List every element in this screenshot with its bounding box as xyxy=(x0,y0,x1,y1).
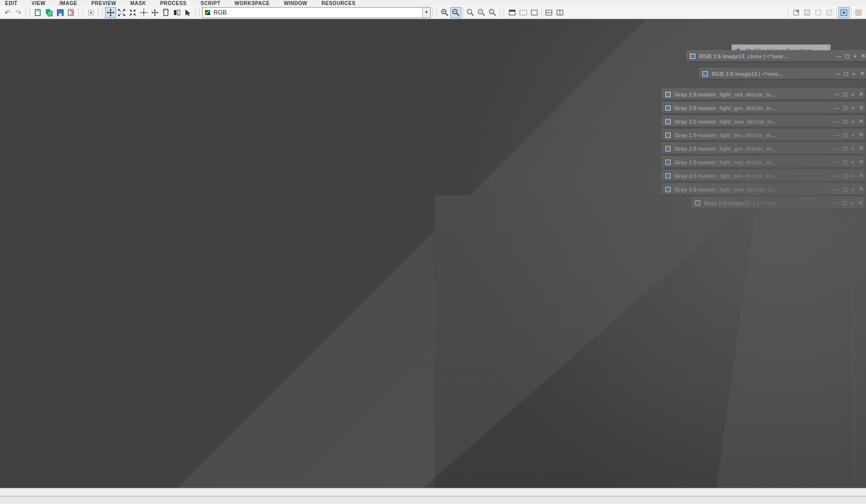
menu-window[interactable]: WINDOW xyxy=(284,1,308,6)
move-tool-icon[interactable] xyxy=(149,7,160,18)
maximize-button[interactable]: ◻ xyxy=(841,143,849,154)
mask-new-icon[interactable] xyxy=(791,7,802,18)
image-window-titlebar[interactable]: RGB 1:6 Image13 | <*new...—◻+✕ xyxy=(699,68,866,79)
minimize-button[interactable]: — xyxy=(833,130,841,140)
zoom-1-1-icon[interactable] xyxy=(465,7,476,18)
shade-button[interactable]: + xyxy=(851,51,859,61)
shade-button[interactable]: + xyxy=(849,103,857,113)
workspace[interactable]: MultiScaleLinearTransform RGB 1:6 Image1… xyxy=(0,19,866,496)
close-button[interactable]: ✕ xyxy=(857,157,865,167)
image-window-titlebar[interactable]: Gray 1:6 master_light_grn_drizzle_in...—… xyxy=(661,143,865,154)
image-window-titlebar[interactable]: RGB 1:6 Image13_clone | <*new...—◻+✕ xyxy=(686,50,866,61)
mask-remove-icon[interactable] xyxy=(853,7,864,18)
menu-process[interactable]: PROCESS xyxy=(160,1,186,6)
minimize-button[interactable]: — xyxy=(833,89,841,99)
layout-2-icon[interactable] xyxy=(554,7,565,18)
minimize-button[interactable]: — xyxy=(833,157,841,167)
maximize-button[interactable]: ◻ xyxy=(841,103,849,113)
duplicate-image-icon[interactable] xyxy=(44,7,55,18)
maximize-button[interactable]: ◻ xyxy=(841,89,849,99)
menu-script[interactable]: SCRIPT xyxy=(201,1,221,6)
shade-button[interactable]: + xyxy=(849,116,857,127)
menu-image[interactable]: IMAGE xyxy=(59,1,77,6)
menu-workspace[interactable]: WORKSPACE xyxy=(235,1,270,6)
process-apply-icon[interactable] xyxy=(732,45,743,57)
maximize-button[interactable]: ◻ xyxy=(841,130,849,140)
shade-button[interactable]: + xyxy=(849,184,857,194)
clone-view-icon[interactable] xyxy=(85,7,97,18)
collapse-view-icon[interactable] xyxy=(127,7,138,18)
rotate-tool-icon[interactable] xyxy=(160,7,171,18)
close-button[interactable]: ✕ xyxy=(857,170,865,181)
layout-1-icon[interactable] xyxy=(543,7,554,18)
mask-edit-icon[interactable] xyxy=(802,7,813,18)
close-button[interactable]: ✕ xyxy=(857,103,865,113)
close-button[interactable]: ✕ xyxy=(857,130,865,140)
undo-button[interactable]: ↶ xyxy=(2,7,13,18)
image-window-titlebar[interactable]: Gray 1:5 master_light_red_drizzle_in...—… xyxy=(661,156,865,167)
shade-button[interactable]: + xyxy=(849,89,857,99)
menu-view[interactable]: VIEW xyxy=(32,1,46,6)
close-button[interactable]: ✕ xyxy=(858,68,866,79)
minimize-button[interactable]: — xyxy=(833,116,841,127)
minimize-button[interactable]: — xyxy=(833,143,841,154)
shade-button[interactable]: + xyxy=(849,130,857,140)
refresh-image-icon[interactable] xyxy=(66,7,77,18)
image-window-titlebar[interactable]: Gray 1:6 master_light_lum_drizzle_in...—… xyxy=(661,116,865,127)
channel-selector[interactable]: RGB ▼ xyxy=(202,7,431,18)
close-button[interactable]: ✕ xyxy=(857,143,865,154)
minimize-button[interactable]: — xyxy=(833,103,841,113)
close-button[interactable]: ✕ xyxy=(859,51,866,61)
maximize-button[interactable]: ◻ xyxy=(842,68,850,79)
close-button[interactable]: ✕ xyxy=(856,197,864,208)
minimize-button[interactable]: — xyxy=(834,68,842,79)
maximize-button[interactable]: ◻ xyxy=(840,197,848,208)
close-button[interactable]: ✕ xyxy=(857,89,865,99)
screen-mode-1-icon[interactable] xyxy=(507,7,518,18)
menu-resources[interactable]: RESOURCES xyxy=(322,1,356,6)
zoom-out-icon[interactable] xyxy=(450,7,461,18)
fit-view-icon[interactable] xyxy=(116,7,127,18)
image-window-titlebar[interactable]: Gray 1:9 master_light_grn_drizzle_in...—… xyxy=(661,102,865,113)
zoom-in-icon[interactable] xyxy=(439,7,450,18)
maximize-button[interactable]: ◻ xyxy=(841,170,849,181)
flip-tool-icon[interactable] xyxy=(171,7,182,18)
process-panel[interactable]: MultiScaleLinearTransform xyxy=(731,44,831,57)
pan-tool-icon[interactable] xyxy=(105,7,116,18)
shade-button[interactable]: + xyxy=(849,143,857,154)
new-image-icon[interactable] xyxy=(33,7,44,18)
screen-mode-3-icon[interactable] xyxy=(529,7,540,18)
close-button[interactable]: ✕ xyxy=(857,116,865,127)
maximize-button[interactable]: ◻ xyxy=(841,184,849,194)
image-window-titlebar[interactable]: Gray 1:6 master_light_lum_drizzle_in...—… xyxy=(661,183,865,194)
maximize-button[interactable]: ◻ xyxy=(841,116,849,127)
zoom-fit-icon[interactable] xyxy=(476,7,487,18)
screen-mode-2-icon[interactable] xyxy=(518,7,529,18)
minimize-button[interactable]: — xyxy=(833,170,841,181)
pointer-tool-icon[interactable] xyxy=(182,7,194,18)
redo-button[interactable]: ↷ xyxy=(13,7,24,18)
zoom-reset-icon[interactable] xyxy=(487,7,498,18)
save-image-icon[interactable] xyxy=(55,7,66,18)
image-window-titlebar[interactable]: Gray 1:6 master_light_blu_drizzle_in...—… xyxy=(661,170,865,181)
shade-button[interactable]: + xyxy=(849,157,857,167)
shade-button[interactable]: + xyxy=(848,197,856,208)
image-window-titlebar[interactable]: Gray 1:9 master_light_blu_drizzle_in...—… xyxy=(661,129,865,140)
menu-mask[interactable]: MASK xyxy=(130,1,146,6)
center-view-icon[interactable] xyxy=(138,7,149,18)
menu-preview[interactable]: PREVIEW xyxy=(91,1,117,6)
maximize-button[interactable]: ◻ xyxy=(843,51,851,61)
shade-button[interactable]: + xyxy=(849,170,857,181)
minimize-button[interactable]: — xyxy=(833,184,841,194)
close-button[interactable]: ✕ xyxy=(857,184,865,194)
dropdown-arrow-icon[interactable]: ▼ xyxy=(422,8,430,18)
mask-invert-icon[interactable] xyxy=(824,7,835,18)
shade-button[interactable]: + xyxy=(850,68,858,79)
menu-edit[interactable]: EDIT xyxy=(5,1,18,6)
panel-grip-icon[interactable] xyxy=(827,45,830,57)
minimize-button[interactable]: — xyxy=(832,197,840,208)
mask-show-icon[interactable] xyxy=(813,7,824,18)
image-window-titlebar[interactable]: Gray 1:6 Image13_L | <*new...—◻+✕ xyxy=(691,197,864,208)
maximize-button[interactable]: ◻ xyxy=(841,157,849,167)
minimize-button[interactable]: — xyxy=(835,51,843,61)
